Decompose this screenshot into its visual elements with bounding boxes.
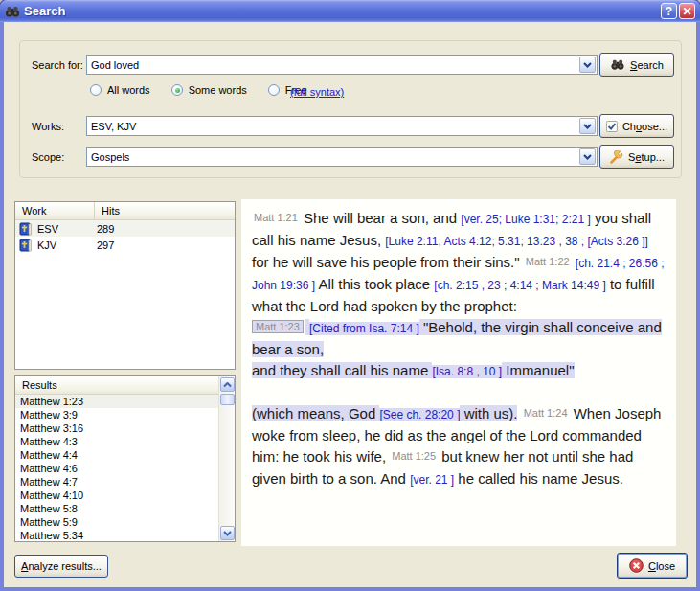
search-button[interactable]: Search (599, 53, 674, 77)
works-value: ESV, KJV (87, 121, 578, 132)
works-dropdown-button[interactable] (579, 118, 596, 134)
search-dialog-window: Search ? ✕ Search for: God loved Search … (0, 0, 700, 591)
results-scrollbar[interactable] (218, 376, 235, 541)
result-item[interactable]: Matthew 5:9 (15, 515, 218, 529)
result-item[interactable]: Matthew 4:4 (15, 448, 218, 462)
search-hit-highlight: God (349, 405, 375, 421)
scope-dropdown-button[interactable] (579, 148, 596, 165)
result-item[interactable]: Matthew 1:23 (15, 395, 218, 408)
current-verse-tag: Matt 1:23 (252, 320, 304, 333)
help-button[interactable]: ? (661, 3, 677, 19)
window-title: Search (24, 4, 659, 18)
verse-text: for he will save his people from their s… (252, 254, 524, 270)
cross-reference-link[interactable]: [ver. 21 ] (410, 473, 454, 487)
works-combobox[interactable]: ESV, KJV (86, 116, 598, 136)
choose-works-button[interactable]: Choose... (599, 114, 674, 138)
verse-text: (which means, (252, 405, 349, 421)
book-icon (19, 239, 33, 252)
preview-content: Matt 1:21 She will bear a son, and [ver.… (252, 208, 668, 490)
analyze-results-button[interactable]: Analyze results... (14, 555, 108, 578)
analyze-button-label: Analyze results... (21, 560, 102, 572)
result-item[interactable]: Matthew 5:8 (15, 502, 218, 515)
checkmark-icon (606, 120, 618, 133)
verse-text: Immanuel" (502, 362, 574, 378)
cross-reference-link[interactable]: [See ch. 28:20 ] (379, 408, 460, 421)
verse-text: and they shall call his name (252, 362, 432, 378)
work-name: ESV (37, 223, 58, 235)
close-circle-icon (629, 558, 644, 573)
search-for-label: Search for: (32, 59, 83, 71)
verse-paragraph: Matt 1:23 [Cited from Isa. 7:14 ] "Behol… (252, 317, 668, 382)
binoculars-icon (5, 5, 20, 18)
results-panel: Results Matthew 1:23Matthew 3:9Matthew 3… (14, 375, 236, 542)
radio-all-words[interactable]: All words (90, 84, 150, 96)
wrench-icon (609, 150, 623, 164)
preview-pane: Matt 1:21 She will bear a son, and [ver.… (241, 199, 676, 546)
verse-tag: Matt 1:22 (524, 256, 572, 267)
scrollbar-thumb[interactable] (220, 394, 235, 405)
result-item[interactable]: Matthew 5:34 (15, 529, 218, 541)
hits-count: 297 (90, 239, 114, 251)
work-row-kjv[interactable]: KJV297 (15, 237, 235, 253)
works-table-header: Work Hits (15, 202, 235, 220)
window-close-button[interactable]: ✕ (679, 3, 695, 19)
binoculars-icon (610, 58, 625, 71)
radio-some-words[interactable]: Some words (171, 84, 247, 96)
radio-indicator[interactable] (268, 84, 280, 96)
scope-label: Scope: (32, 151, 64, 163)
search-for-value: God loved (87, 59, 578, 71)
book-icon (19, 222, 33, 236)
dialog-client-area: Search for: God loved Search All wordsSo… (4, 22, 696, 587)
result-item[interactable]: Matthew 4:10 (15, 489, 218, 502)
scope-value: Gospels (87, 151, 578, 163)
search-for-dropdown-button[interactable] (579, 57, 596, 73)
radio-indicator[interactable] (171, 84, 183, 96)
search-button-label: Search (630, 59, 664, 71)
scroll-up-button[interactable] (220, 377, 235, 392)
verse-tag: Matt 1:21 (252, 212, 300, 223)
cross-reference-link[interactable]: [ver. 25; Luke 1:31; 2:21 ] (461, 213, 590, 226)
radio-label: All words (107, 84, 150, 96)
works-hits-panel: Work Hits ESV289 KJV297 (14, 201, 236, 370)
work-name-cell: KJV (15, 239, 90, 252)
results-header: Results (15, 376, 218, 395)
close-button[interactable]: Close (617, 553, 688, 579)
setup-scope-button[interactable]: Setup... (599, 145, 674, 169)
chevron-down-icon (583, 124, 592, 129)
verse-paragraph: (which means, God [See ch. 28:20 ] with … (252, 403, 668, 490)
verse-paragraph: Matt 1:21 She will bear a son, and [ver.… (252, 208, 668, 317)
work-name-cell: ESV (15, 222, 90, 236)
verse-text: All this took place (315, 276, 434, 292)
verse-tag: Matt 1:25 (390, 450, 438, 462)
radio-indicator[interactable] (90, 84, 102, 96)
setup-button-label: Setup... (628, 151, 665, 163)
chevron-down-icon (583, 154, 592, 160)
work-row-esv[interactable]: ESV289 (15, 220, 235, 237)
search-for-combobox[interactable]: God loved (86, 55, 598, 75)
chevron-up-icon (223, 382, 232, 388)
works-label: Works: (32, 121, 64, 132)
titlebar[interactable]: Search ? ✕ (0, 0, 700, 22)
cross-reference-link[interactable]: [Isa. 8:8 , 10 ] (432, 365, 502, 378)
close-button-label: Close (648, 560, 675, 572)
works-table-body: ESV289 KJV297 (15, 220, 235, 253)
verse-tag: Matt 1:24 (522, 407, 570, 419)
verse-text: he called his name Jesus. (454, 470, 623, 487)
result-item[interactable]: Matthew 4:7 (15, 475, 218, 489)
hits-count: 289 (90, 223, 114, 235)
scope-combobox[interactable]: Gospels (86, 147, 598, 167)
chevron-down-icon (223, 531, 232, 536)
cross-reference-link[interactable]: [Cited from Isa. 7:14 ] (309, 322, 419, 335)
result-item[interactable]: Matthew 3:16 (15, 421, 218, 435)
cross-reference-link[interactable]: [Luke 2:11; Acts 4:12; 5:31; 13:23 , 38 … (385, 235, 648, 248)
result-item[interactable]: Matthew 3:9 (15, 408, 218, 421)
cross-reference-link[interactable]: [ch. 2:15 , 23 ; 4:14 ; Mark 14:49 ] (434, 279, 605, 292)
result-item[interactable]: Matthew 4:6 (15, 462, 218, 475)
work-column-header: Work (15, 202, 94, 220)
choose-button-label: Choose... (622, 121, 667, 132)
results-header-label: Results (15, 376, 218, 395)
scroll-down-button[interactable] (220, 526, 235, 540)
full-syntax-link[interactable]: (full syntax) (290, 86, 344, 98)
work-name: KJV (37, 239, 56, 251)
result-item[interactable]: Matthew 4:3 (15, 435, 218, 448)
